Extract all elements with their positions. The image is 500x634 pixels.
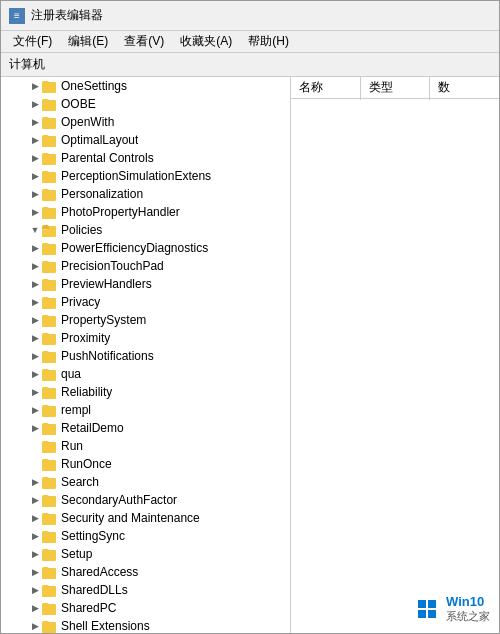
expand-arrow[interactable]: ▶ bbox=[29, 602, 41, 614]
tree-item[interactable]: ▶PerceptionSimulationExtens bbox=[1, 167, 290, 185]
folder-icon bbox=[42, 133, 58, 147]
tree-item[interactable]: ▶Proximity bbox=[1, 329, 290, 347]
tree-item[interactable]: ▶OptimalLayout bbox=[1, 131, 290, 149]
tree-item[interactable]: ▶Reliability bbox=[1, 383, 290, 401]
expand-arrow[interactable]: ▶ bbox=[29, 566, 41, 578]
tree-item[interactable]: ▶PreviewHandlers bbox=[1, 275, 290, 293]
tree-item[interactable]: ▶PropertySystem bbox=[1, 311, 290, 329]
tree-item-label: SharedAccess bbox=[61, 565, 138, 579]
expand-arrow[interactable]: ▶ bbox=[29, 584, 41, 596]
watermark-site: 系统之家 bbox=[446, 609, 490, 624]
tree-item[interactable]: ▶PushNotifications bbox=[1, 347, 290, 365]
expand-arrow[interactable]: ▶ bbox=[29, 314, 41, 326]
menu-bar: 文件(F) 编辑(E) 查看(V) 收藏夹(A) 帮助(H) bbox=[1, 31, 499, 53]
address-label: 计算机 bbox=[9, 56, 45, 73]
expand-arrow[interactable] bbox=[29, 458, 41, 470]
expand-arrow[interactable]: ▶ bbox=[29, 512, 41, 524]
tree-item[interactable]: ▶PowerEfficiencyDiagnostics bbox=[1, 239, 290, 257]
folder-icon bbox=[42, 349, 58, 363]
tree-item-label: PropertySystem bbox=[61, 313, 146, 327]
tree-item[interactable]: ▶OneSettings bbox=[1, 77, 290, 95]
expand-arrow[interactable]: ▶ bbox=[29, 548, 41, 560]
menu-view[interactable]: 查看(V) bbox=[116, 31, 172, 52]
expand-arrow[interactable]: ▶ bbox=[29, 260, 41, 272]
menu-edit[interactable]: 编辑(E) bbox=[60, 31, 116, 52]
col-data: 数 bbox=[430, 77, 499, 100]
expand-arrow[interactable]: ▶ bbox=[29, 332, 41, 344]
tree-item[interactable]: ▶SharedDLLs bbox=[1, 581, 290, 599]
tree-item[interactable]: ▶Shell Extensions bbox=[1, 617, 290, 633]
tree-item[interactable]: ▶qua bbox=[1, 365, 290, 383]
tree-item-label: Personalization bbox=[61, 187, 143, 201]
expand-arrow[interactable]: ▶ bbox=[29, 350, 41, 362]
tree-item[interactable]: ▶Privacy bbox=[1, 293, 290, 311]
tree-item[interactable]: ▶Setup bbox=[1, 545, 290, 563]
expand-arrow[interactable]: ▶ bbox=[29, 188, 41, 200]
registry-tree-pane: ▶OneSettings▶OOBE▶OpenWith▶OptimalLayout… bbox=[1, 77, 291, 633]
tree-item[interactable]: ▶Security and Maintenance bbox=[1, 509, 290, 527]
expand-arrow[interactable]: ▶ bbox=[29, 278, 41, 290]
menu-favorites[interactable]: 收藏夹(A) bbox=[172, 31, 240, 52]
tree-item-label: Run bbox=[61, 439, 83, 453]
expand-arrow[interactable]: ▶ bbox=[29, 422, 41, 434]
expand-arrow[interactable]: ▶ bbox=[29, 530, 41, 542]
expand-arrow[interactable]: ▶ bbox=[29, 404, 41, 416]
tree-item[interactable]: RunOnce bbox=[1, 455, 290, 473]
tree-item-label: SharedPC bbox=[61, 601, 116, 615]
tree-item[interactable]: ▶Personalization bbox=[1, 185, 290, 203]
expand-arrow[interactable]: ▶ bbox=[29, 134, 41, 146]
tree-item[interactable]: ▶OOBE bbox=[1, 95, 290, 113]
address-bar: 计算机 bbox=[1, 53, 499, 77]
tree-item[interactable]: ▶SettingSync bbox=[1, 527, 290, 545]
tree-item[interactable]: ▶rempl bbox=[1, 401, 290, 419]
expand-arrow[interactable]: ▶ bbox=[29, 242, 41, 254]
expand-arrow[interactable]: ▶ bbox=[29, 98, 41, 110]
tree-item[interactable]: ▶OpenWith bbox=[1, 113, 290, 131]
tree-item-label: qua bbox=[61, 367, 81, 381]
expand-arrow[interactable]: ▶ bbox=[29, 116, 41, 128]
expand-arrow[interactable]: ▶ bbox=[29, 620, 41, 632]
registry-tree[interactable]: ▶OneSettings▶OOBE▶OpenWith▶OptimalLayout… bbox=[1, 77, 290, 633]
tree-item[interactable]: ▶SharedAccess bbox=[1, 563, 290, 581]
tree-item[interactable]: ▼Policies bbox=[1, 221, 290, 239]
tree-item-label: PreviewHandlers bbox=[61, 277, 152, 291]
folder-icon bbox=[42, 547, 58, 561]
folder-icon bbox=[42, 187, 58, 201]
expand-arrow[interactable] bbox=[29, 440, 41, 452]
folder-icon bbox=[42, 439, 58, 453]
watermark: Win10 系统之家 bbox=[418, 594, 490, 624]
expand-arrow[interactable]: ▶ bbox=[29, 296, 41, 308]
tree-item-label: PerceptionSimulationExtens bbox=[61, 169, 211, 183]
tree-item[interactable]: ▶SharedPC bbox=[1, 599, 290, 617]
expand-arrow[interactable]: ▶ bbox=[29, 152, 41, 164]
win10-logo bbox=[418, 600, 440, 618]
tree-item[interactable]: ▶PhotoPropertyHandler bbox=[1, 203, 290, 221]
tree-item-label: rempl bbox=[61, 403, 91, 417]
expand-arrow[interactable]: ▶ bbox=[29, 368, 41, 380]
tree-item[interactable]: ▶PrecisionTouchPad bbox=[1, 257, 290, 275]
expand-arrow[interactable]: ▶ bbox=[29, 386, 41, 398]
tree-item[interactable]: Run bbox=[1, 437, 290, 455]
tree-item[interactable]: ▶SecondaryAuthFactor bbox=[1, 491, 290, 509]
tree-item-label: Setup bbox=[61, 547, 92, 561]
folder-icon bbox=[42, 97, 58, 111]
folder-icon bbox=[42, 331, 58, 345]
folder-icon bbox=[42, 241, 58, 255]
tree-item[interactable]: ▶Search bbox=[1, 473, 290, 491]
expand-arrow[interactable]: ▼ bbox=[29, 224, 41, 236]
expand-arrow[interactable]: ▶ bbox=[29, 206, 41, 218]
tree-item[interactable]: ▶RetailDemo bbox=[1, 419, 290, 437]
menu-file[interactable]: 文件(F) bbox=[5, 31, 60, 52]
folder-icon bbox=[42, 565, 58, 579]
expand-arrow[interactable]: ▶ bbox=[29, 80, 41, 92]
expand-arrow[interactable]: ▶ bbox=[29, 476, 41, 488]
expand-arrow[interactable]: ▶ bbox=[29, 170, 41, 182]
menu-help[interactable]: 帮助(H) bbox=[240, 31, 297, 52]
win-tile-1 bbox=[418, 600, 426, 608]
folder-icon bbox=[42, 169, 58, 183]
folder-icon bbox=[42, 583, 58, 597]
tree-item[interactable]: ▶Parental Controls bbox=[1, 149, 290, 167]
folder-icon bbox=[42, 277, 58, 291]
tree-item-label: PushNotifications bbox=[61, 349, 154, 363]
expand-arrow[interactable]: ▶ bbox=[29, 494, 41, 506]
